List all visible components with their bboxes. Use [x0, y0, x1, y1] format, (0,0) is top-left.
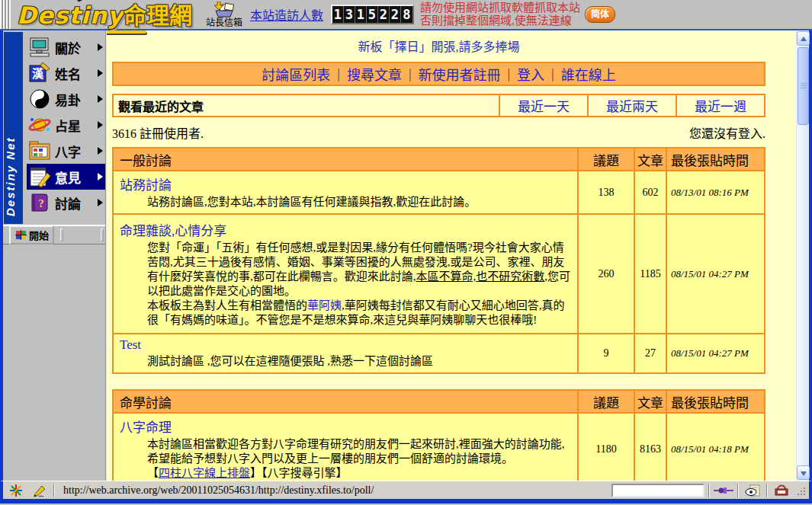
applet-star-icon: [6, 484, 26, 497]
sidebar-item-name[interactable]: 漢 姓名: [27, 60, 105, 86]
sidebar-item-iching[interactable]: 易卦: [27, 86, 105, 112]
sidebar-item-label: 討論: [55, 193, 81, 213]
warning-line-1: 請勿使用網站抓取軟體抓取本站: [420, 2, 580, 14]
forum-row-site-admin: 站務討論 站務討論區,您對本站,本討論區有任何建議與指教,歡迎在此討論。 138…: [113, 171, 765, 214]
sidebar-item-label: 八字: [55, 142, 81, 161]
desc-underlined-text: 本區不算命,也不研究術數: [416, 270, 545, 283]
submenu-arrow-icon: [98, 95, 103, 103]
nav-register[interactable]: 新使用者註冊: [412, 64, 508, 84]
plug-connector-icon[interactable]: [714, 484, 733, 497]
start-button-label: 開始: [29, 228, 49, 242]
top-banner: Destiny命理網 站長信箱 本站造訪人數 1 3 1 5 2 2 8 請勿使…: [0, 0, 812, 30]
forum-row-chat: 命理雜談,心情分享 您對「命運」「五術」有任何感想,或是對因果,緣分有任何體悟嗎…: [113, 214, 765, 334]
forum-section-general: 一般討論 議題 文章 最後張貼時間 站務討論 站務討論區,您對本站,本討論區有任…: [112, 147, 765, 374]
sidebar-taskbar: 開始: [3, 225, 105, 245]
windows-logo-icon: [14, 230, 27, 241]
status-bar: http://web.archive.org/web/2001102505463…: [0, 481, 812, 499]
topics-count: 260: [578, 214, 634, 334]
section-title: 一般討論: [113, 148, 578, 171]
nav-forum-list[interactable]: 討論區列表: [255, 64, 337, 84]
bracket: 】【: [250, 467, 268, 479]
scroll-down-button[interactable]: [797, 465, 810, 480]
site-logo: Destiny命理網: [17, 0, 192, 33]
recent-2-days-button[interactable]: 最近兩天: [588, 94, 676, 117]
browser-window: Destiny命理網 站長信箱 本站造訪人數 1 3 1 5 2 2 8 請勿使…: [0, 0, 812, 505]
taskbar-grip[interactable]: [101, 229, 104, 241]
forum-link-test[interactable]: Test: [120, 337, 141, 352]
computer-icon: [28, 36, 51, 59]
counter-digit: 5: [367, 6, 378, 23]
sidebar-item-forum[interactable]: ? 討論: [27, 190, 105, 216]
printer-icon[interactable]: [772, 484, 791, 497]
submenu-arrow-icon: [98, 69, 103, 77]
submenu-arrow-icon: [98, 121, 103, 129]
recent-1-day-button[interactable]: 最近一天: [499, 94, 588, 117]
sidebar-item-label: 意見: [55, 168, 81, 187]
simplified-chinese-button[interactable]: 简体: [585, 6, 615, 23]
chevron-down-icon: [801, 471, 807, 476]
counter-digit: 2: [378, 6, 390, 23]
bazi-chart-tool-link[interactable]: 四柱八字線上排盤: [159, 467, 250, 479]
forum-link-chat[interactable]: 命理雜談,心情分享: [120, 224, 226, 238]
nav-search-posts[interactable]: 搜尋文章: [340, 64, 409, 84]
start-button[interactable]: 開始: [9, 225, 54, 245]
forum-description: 站務討論區,您對本站,本討論區有任何建議與指教,歡迎在此討論。: [147, 195, 571, 209]
forum-description: 測試討論區 ,您可以在這裡隨便張貼 ,熟悉一下這個討論區: [147, 354, 571, 369]
window-resize-grip[interactable]: [795, 485, 806, 496]
forum-row-test: Test 測試討論區 ,您可以在這裡隨便張貼 ,熟悉一下這個討論區 9 27 0…: [113, 334, 765, 373]
recent-1-week-button[interactable]: 最近一週: [676, 94, 765, 117]
column-posts: 文章: [634, 390, 666, 413]
recent-posts-bar: 觀看最近的文章 最近一天 最近兩天 最近一週: [112, 94, 765, 117]
scroll-up-button[interactable]: [797, 31, 810, 46]
statusbar-separator: [766, 484, 768, 497]
desc-text: 本板板主為對人生有相當體悟的: [147, 299, 307, 312]
scrape-warning-text: 請勿使用網站抓取軟體抓取本站 否則擋掉整個網域,使無法連線: [420, 2, 580, 27]
webmaster-mailbox-link[interactable]: 站長信箱: [206, 2, 242, 28]
visitor-counter: 1 3 1 5 2 2 8: [331, 5, 414, 24]
last-post-time: 08/15/01 04:18 PM: [666, 413, 765, 481]
posts-count: 1185: [634, 214, 666, 334]
last-post-time: 08/15/01 04:27 PM: [666, 214, 765, 334]
frame-body: Destiny Net 關於 漢: [0, 30, 812, 481]
counter-digit: 1: [332, 6, 344, 23]
sidebar-item-bazi[interactable]: 八字: [27, 138, 105, 164]
desc-text: 本討論區相當歡迎各方對八字命理有研究的朋友們一起來研討,裡面強大的討論功能,希望…: [147, 438, 565, 465]
sidebar-item-label: 姓名: [55, 64, 81, 83]
statusbar-separator: [737, 484, 739, 497]
recent-posts-title: 觀看最近的文章: [113, 94, 499, 117]
eye-document-icon[interactable]: [743, 484, 762, 497]
column-last-post: 最後張貼時間: [666, 390, 765, 413]
vertical-scrollbar[interactable]: [796, 30, 809, 481]
sidebar-item-about[interactable]: 關於: [27, 34, 105, 60]
forum-row-bazi: 八字命理 本討論區相當歡迎各方對八字命理有研究的朋友們一起來研討,裡面強大的討論…: [113, 413, 765, 481]
sidebar-item-astrology[interactable]: 占星: [27, 112, 105, 138]
visitor-count-link[interactable]: 本站造訪人數: [250, 5, 323, 24]
svg-text:漢: 漢: [32, 67, 44, 80]
last-post-time: 08/15/01 04:27 PM: [666, 334, 765, 373]
statusbar-url: http://web.archive.org/web/2001102505463…: [59, 484, 608, 497]
chevron-up-icon: [801, 37, 807, 41]
aunt-hua-link[interactable]: 華阿姨: [307, 299, 342, 312]
forum-navbar: 討論區列表 | 搜尋文章 | 新使用者註冊 | 登入 | 誰在線上: [112, 62, 765, 86]
forum-link-site-admin[interactable]: 站務討論: [120, 178, 172, 193]
window-bottom-border: [0, 499, 812, 503]
sidebar-brand-vertical: Destiny Net: [4, 32, 23, 224]
sidebar-menu: 關於 漢 姓名: [27, 30, 105, 216]
nav-whos-online[interactable]: 誰在線上: [554, 64, 623, 84]
statusbar-input[interactable]: [611, 484, 704, 497]
submenu-arrow-icon: [98, 173, 103, 181]
statusbar-separator: [708, 484, 710, 497]
topics-count: 9: [578, 334, 634, 373]
column-posts: 文章: [634, 148, 666, 171]
taskbar-grip[interactable]: [60, 229, 63, 241]
section-header-row: 一般討論 議題 文章 最後張貼時間: [113, 148, 765, 171]
nav-login[interactable]: 登入: [510, 64, 551, 84]
forum-description: 您對「命運」「五術」有任何感想,或是對因果,緣分有任何體悟嗎?現今社會大家心情苦…: [147, 241, 571, 328]
mailbox-label: 站長信箱: [206, 18, 242, 28]
bazi-search-engine-label: 八字搜尋引擎: [268, 467, 336, 479]
forum-link-bazi[interactable]: 八字命理: [120, 420, 172, 435]
sidebar-item-label: 占星: [55, 116, 81, 135]
announcement-text: 新板「擇日」開張,請多多捧場: [112, 37, 765, 55]
scrollbar-thumb[interactable]: [798, 47, 809, 125]
sidebar-item-feedback[interactable]: 意見: [27, 164, 105, 190]
